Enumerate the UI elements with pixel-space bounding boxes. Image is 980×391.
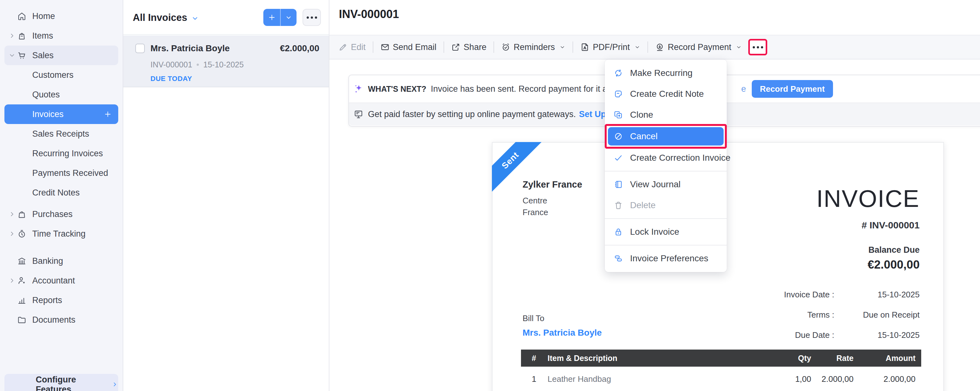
invoice-amount: €2.000,00	[280, 43, 319, 53]
divider	[648, 41, 648, 53]
sidebar-item-payments-received[interactable]: Payments Received	[5, 163, 118, 183]
row-checkbox[interactable]	[135, 44, 145, 53]
trash-icon	[614, 201, 623, 210]
sidebar-item-sales-receipts[interactable]: Sales Receipts	[5, 124, 118, 144]
menu-divider	[605, 218, 727, 219]
whats-next-label: WHAT'S NEXT?	[368, 85, 426, 94]
dot-separator	[197, 64, 199, 66]
record-payment-cta-button[interactable]: Record Payment	[752, 80, 833, 98]
list-more-button[interactable]	[302, 9, 321, 26]
field-label: Due Date :	[795, 330, 834, 340]
company-address-line: France	[523, 207, 582, 218]
menu-item-create-credit-note[interactable]: Create Credit Note	[605, 83, 727, 104]
menu-item-delete[interactable]: Delete	[605, 195, 727, 216]
sidebar-item-items[interactable]: Items	[5, 26, 118, 46]
chevron-down-icon[interactable]	[281, 9, 296, 26]
sidebar-item-accountant[interactable]: Accountant	[5, 271, 118, 290]
pdf-print-button[interactable]: PDF/Print	[580, 42, 641, 52]
send-email-button[interactable]: Send Email	[380, 42, 437, 52]
share-button[interactable]: Share	[451, 42, 487, 52]
sidebar-item-documents[interactable]: Documents	[5, 310, 118, 330]
sidebar-item-time-tracking[interactable]: Time Tracking	[5, 224, 118, 244]
truncated-text-fragment: e	[741, 84, 746, 94]
invoice-list-item[interactable]: Mrs. Patricia Boyle €2.000,00 INV-000001…	[123, 35, 329, 87]
toolbar: Edit Send Email Share Reminders PDF/Prin…	[329, 35, 980, 59]
sidebar-item-credit-notes[interactable]: Credit Notes	[5, 183, 118, 203]
payment-gateway-icon	[353, 109, 364, 119]
field-label: Terms :	[807, 310, 834, 320]
gateway-text: Get paid faster by setting up online pay…	[368, 109, 576, 119]
sidebar-item-label: Items	[32, 31, 53, 41]
menu-item-create-correction-invoice[interactable]: Create Correction Invoice	[605, 147, 727, 168]
field-value: 15-10-2025	[834, 290, 920, 300]
invoice-list-panel: All Invoices Mrs. Patricia Boyle €2.000,…	[123, 0, 329, 391]
menu-item-lock-invoice[interactable]: Lock Invoice	[605, 222, 727, 242]
sidebar-item-customers[interactable]: Customers	[5, 65, 118, 85]
customer-name: Mrs. Patricia Boyle	[151, 43, 230, 53]
balance-due-value: €2.000,00	[816, 258, 920, 271]
divider	[444, 41, 444, 53]
plus-icon[interactable]	[263, 9, 281, 26]
journal-icon	[614, 180, 623, 189]
menu-item-cancel[interactable]: Cancel	[608, 127, 724, 145]
folder-icon	[17, 315, 27, 325]
sidebar-item-home[interactable]: Home	[5, 6, 118, 26]
sidebar-item-banking[interactable]: Banking	[5, 251, 118, 271]
new-invoice-split-button[interactable]	[263, 9, 296, 26]
sidebar-item-sales[interactable]: Sales	[5, 46, 118, 65]
sidebar-item-reports[interactable]: Reports	[5, 290, 118, 310]
record-payment-button[interactable]: Record Payment	[655, 42, 742, 52]
handbag-icon	[17, 209, 27, 219]
status-badge: DUE TODAY	[151, 75, 192, 83]
recurring-icon	[614, 68, 623, 78]
table-row: 1 Leather Handbag 1,00 2.000,00 2.000,00	[521, 367, 921, 391]
reminders-button[interactable]: Reminders	[501, 42, 566, 52]
check-icon	[614, 153, 623, 163]
invoice-title: INVOICE	[816, 186, 920, 212]
accountant-icon	[17, 276, 27, 285]
more-actions-menu: Make Recurring Create Credit Note Clone …	[605, 59, 727, 272]
sidebar-item-purchases[interactable]: Purchases	[5, 204, 118, 224]
share-icon	[451, 42, 461, 52]
credit-note-icon	[614, 89, 623, 99]
company-name: Zylker France	[523, 179, 582, 190]
edit-button[interactable]: Edit	[338, 42, 366, 52]
sidebar-item-invoices[interactable]: Invoices	[5, 104, 118, 124]
bag-icon	[17, 31, 27, 40]
bill-to-customer-link[interactable]: Mrs. Patricia Boyle	[523, 328, 602, 338]
configure-features-button[interactable]: Configure Features	[5, 374, 118, 391]
menu-item-view-journal[interactable]: View Journal	[605, 174, 727, 195]
chevron-down-icon	[191, 14, 199, 22]
sidebar-item-recurring-invoices[interactable]: Recurring Invoices	[5, 144, 118, 163]
line-items-table: # Item & Description Qty Rate Amount 1 L…	[521, 350, 921, 391]
field-value: Due on Receipt	[834, 310, 920, 320]
sidebar-item-quotes[interactable]: Quotes	[5, 85, 118, 104]
preferences-icon	[614, 254, 623, 263]
menu-divider	[605, 245, 727, 246]
divider	[493, 41, 494, 53]
invoice-meta: INV-000001 15-10-2025	[151, 60, 244, 69]
bill-to-block: Bill To Mrs. Patricia Boyle	[523, 313, 602, 338]
main-panel: INV-000001 Edit Send Email Share Reminde…	[329, 0, 980, 391]
plus-icon[interactable]	[104, 110, 112, 118]
company-address-line: Centre	[523, 195, 582, 207]
chevron-down-icon	[634, 44, 641, 50]
sidebar-item-label: Sales	[32, 51, 54, 61]
sparkle-icon	[353, 83, 364, 94]
menu-item-clone[interactable]: Clone	[605, 104, 727, 125]
invoice-header-block: INVOICE # INV-000001 Balance Due €2.000,…	[816, 143, 920, 271]
menu-item-invoice-preferences[interactable]: Invoice Preferences	[605, 248, 727, 269]
balance-due-label: Balance Due	[816, 245, 920, 255]
clone-icon	[614, 110, 623, 120]
chevron-down-icon	[559, 44, 566, 50]
chevron-right-icon	[8, 277, 16, 284]
menu-item-make-recurring[interactable]: Make Recurring	[605, 63, 727, 83]
list-filter-dropdown[interactable]: All Invoices	[133, 12, 199, 23]
chevron-down-icon	[8, 51, 16, 59]
more-actions-button[interactable]	[748, 39, 767, 55]
divider	[373, 41, 373, 53]
cancel-icon	[614, 132, 623, 141]
invoice-fields: Invoice Date :15-10-2025 Terms :Due on R…	[784, 284, 920, 345]
chevron-right-icon	[111, 381, 118, 388]
bar-chart-icon	[17, 295, 27, 305]
